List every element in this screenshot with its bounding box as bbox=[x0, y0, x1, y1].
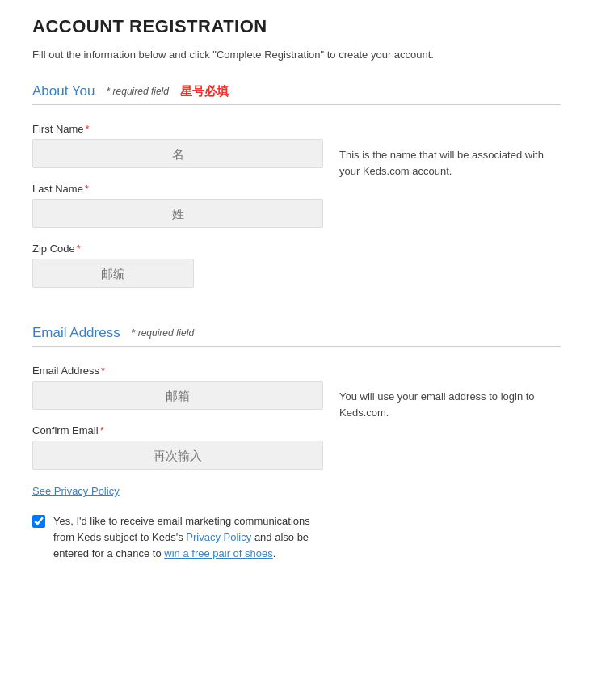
email-star: * bbox=[101, 365, 105, 377]
marketing-checkbox[interactable] bbox=[32, 515, 45, 528]
email-section: Email Address * required field Email Add… bbox=[32, 325, 561, 562]
confirm-email-group: Confirm Email* bbox=[32, 424, 323, 470]
last-name-star: * bbox=[85, 183, 89, 195]
page-description: Fill out the information below and click… bbox=[32, 48, 561, 61]
confirm-email-input[interactable] bbox=[32, 441, 323, 470]
email-label: Email Address* bbox=[32, 365, 323, 377]
see-privacy-policy-link[interactable]: See Privacy Policy bbox=[32, 485, 120, 497]
email-required-label: * required field bbox=[132, 327, 194, 339]
marketing-checkbox-area: Yes, I'd like to receive email marketing… bbox=[32, 513, 323, 562]
about-required-label: * required field bbox=[107, 86, 169, 97]
last-name-label: Last Name* bbox=[32, 183, 323, 195]
email-form-layout: Email Address* Confirm Email* See Privac… bbox=[32, 365, 561, 562]
about-form-left: First Name* Last Name* Zip Code* bbox=[32, 123, 323, 302]
last-name-group: Last Name* bbox=[32, 183, 323, 228]
zip-code-label: Zip Code* bbox=[32, 242, 323, 255]
email-form-left: Email Address* Confirm Email* See Privac… bbox=[32, 365, 323, 562]
about-form-layout: First Name* Last Name* Zip Code* bbox=[32, 123, 561, 302]
email-hint: You will use your email address to login… bbox=[339, 365, 561, 562]
win-free-pair-link[interactable]: win a free pair of shoes bbox=[164, 547, 272, 559]
zip-code-input[interactable] bbox=[32, 259, 194, 288]
about-divider bbox=[32, 104, 561, 105]
first-name-input[interactable] bbox=[32, 139, 323, 168]
email-divider bbox=[32, 346, 561, 347]
zip-code-group: Zip Code* bbox=[32, 242, 323, 288]
name-hint: This is the name that will be associated… bbox=[339, 123, 561, 302]
first-name-star: * bbox=[86, 123, 90, 135]
email-input[interactable] bbox=[32, 381, 323, 410]
email-group: Email Address* bbox=[32, 365, 323, 410]
last-name-input[interactable] bbox=[32, 199, 323, 228]
about-you-title: About You bbox=[32, 83, 95, 99]
marketing-label: Yes, I'd like to receive email marketing… bbox=[53, 513, 323, 562]
email-section-header: Email Address * required field bbox=[32, 325, 561, 341]
about-you-header: About You * required field 星号必填 bbox=[32, 83, 561, 99]
about-required-chinese: 星号必填 bbox=[180, 84, 229, 99]
confirm-email-star: * bbox=[100, 424, 104, 436]
page-title: ACCOUNT REGISTRATION bbox=[32, 16, 561, 37]
confirm-email-label: Confirm Email* bbox=[32, 424, 323, 436]
zip-code-star: * bbox=[77, 242, 81, 255]
first-name-label: First Name* bbox=[32, 123, 323, 135]
about-you-section: About You * required field 星号必填 First Na… bbox=[32, 83, 561, 302]
first-name-group: First Name* bbox=[32, 123, 323, 168]
email-section-title: Email Address bbox=[32, 325, 120, 341]
privacy-policy-inline-link[interactable]: Privacy Policy bbox=[186, 531, 251, 543]
